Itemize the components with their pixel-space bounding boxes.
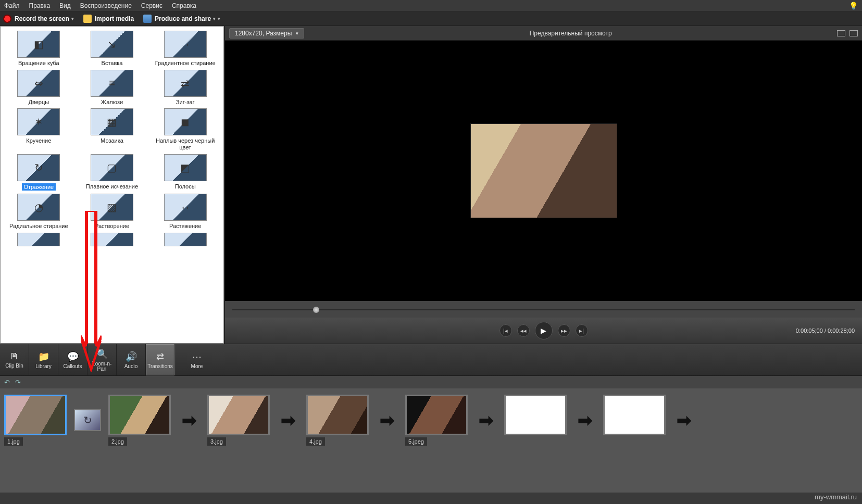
tool-tab-label: Zoom-n-Pan [88, 361, 116, 372]
import-media-button[interactable]: Import media [83, 15, 134, 23]
scrub-track[interactable] [232, 309, 855, 310]
menu-view[interactable]: Вид [59, 2, 71, 9]
menu-service[interactable]: Сервис [141, 2, 163, 9]
clip-thumb-blank [603, 395, 666, 435]
timeline-clip[interactable]: ➡ [277, 409, 299, 431]
clip-label: 5.jpeg [405, 437, 427, 446]
timeline-clip[interactable]: 3.jpg [207, 395, 270, 446]
timeline-clip[interactable] [603, 395, 666, 435]
preview-size-selector[interactable]: 1280x720, Размеры ▾ [229, 28, 304, 39]
transition-label: Градиентное стирание [150, 60, 220, 67]
tool-tab-more[interactable]: ⋯More [182, 344, 211, 375]
record-icon [3, 15, 11, 23]
transition-item[interactable] [149, 232, 221, 249]
undo-button[interactable]: ↶ [4, 379, 10, 386]
transition-label: Жалюзи [77, 99, 147, 106]
timeline-clip[interactable]: ➡ [574, 409, 596, 431]
timeline-clip[interactable]: ➡ [178, 409, 200, 431]
transition-label: Плавное исчезание [77, 183, 147, 190]
redo-button[interactable]: ↷ [15, 379, 21, 386]
transition-placeholder-icon: ➡ [277, 409, 299, 431]
transition-item[interactable]: ↻Отражение [3, 153, 75, 192]
transition-item[interactable]: ◔Радиальное стирание [3, 193, 75, 231]
tool-tab-label: Audio [124, 364, 138, 369]
clip-image [6, 396, 65, 434]
transition-thumb: ↔ [164, 194, 207, 221]
scrub-handle[interactable] [313, 307, 319, 313]
tool-tab-zoom-n-pan[interactable]: 🔍Zoom-n-Pan [88, 344, 117, 375]
transition-item[interactable] [76, 232, 148, 249]
next-clip-button[interactable]: ▸| [576, 324, 588, 337]
transition-thumb [91, 233, 133, 246]
timeline-clip[interactable] [504, 395, 567, 435]
play-button[interactable]: ▶ [535, 322, 553, 339]
share-icon [143, 15, 152, 23]
transition-item[interactable] [3, 232, 75, 249]
timeline-clip[interactable]: 1.jpg [4, 395, 67, 446]
transition-label: Растяжение [150, 223, 220, 230]
hint-bulb-icon[interactable]: 💡 [849, 2, 858, 10]
caret-down-icon: ▾ [296, 31, 298, 36]
transition-item[interactable]: ⇔Дверцы [3, 69, 75, 107]
transition-thumb: ↘ [91, 31, 133, 58]
transition-item[interactable]: ↔Растяжение [149, 193, 221, 231]
menu-file[interactable]: Файл [4, 2, 20, 9]
transition-label: Полосы [150, 183, 220, 190]
timeline-clip[interactable]: 5.jpeg [405, 395, 468, 446]
action-bar: Record the screen ▾ Import media Produce… [0, 11, 862, 26]
transition-thumb: ✶ [17, 108, 60, 135]
menu-edit[interactable]: Правка [29, 2, 51, 9]
timeline-clip[interactable]: ➡ [673, 409, 695, 431]
transition-item[interactable]: ▢Плавное исчезание [76, 153, 148, 192]
detach-icon[interactable] [849, 30, 858, 36]
tool-tab-audio[interactable]: 🔊Audio [117, 344, 146, 375]
transition-item[interactable]: ≡Жалюзи [76, 69, 148, 107]
transition-item[interactable]: ▦Мозаика [76, 107, 148, 152]
transition-thumb [164, 233, 207, 246]
transition-item[interactable]: →Градиентное стирание [149, 30, 221, 68]
timeline-toolbar: ↶ ↷ [0, 376, 862, 388]
scrub-bar[interactable] [225, 301, 862, 318]
transition-label: Растворение [77, 223, 147, 230]
timeline-clip[interactable]: 2.jpg [108, 395, 171, 446]
transition-item[interactable]: ↘Вставка [76, 30, 148, 68]
produce-label: Produce and share [155, 15, 211, 22]
menu-playback[interactable]: Воспроизведение [80, 2, 132, 9]
prev-clip-button[interactable]: |◂ [499, 324, 512, 337]
timeline-clip[interactable]: ➡ [376, 409, 398, 431]
transition-item[interactable]: ⇄Зиг-заг [149, 69, 221, 107]
transition-item[interactable]: ▨Растворение [76, 193, 148, 231]
transition-item[interactable]: ✶Кручение [3, 107, 75, 152]
clip-thumb-blank [504, 395, 567, 435]
timeline-clip[interactable]: ➡ [475, 409, 497, 431]
tool-tab-clip-bin[interactable]: 🗎Clip Bin [0, 344, 29, 375]
caret-down-icon: ▾ [218, 16, 220, 21]
transition-placeholder-icon: ➡ [574, 409, 596, 431]
tool-tab-callouts[interactable]: 💬Callouts [58, 344, 88, 375]
transition-thumb: ◧ [17, 31, 60, 58]
preview-size-label: 1280x720, Размеры [235, 30, 292, 37]
menu-help[interactable]: Справка [172, 2, 196, 9]
record-screen-button[interactable]: Record the screen ▾ [3, 15, 74, 23]
clip-image [407, 396, 466, 434]
tool-tab-label: Transitions [147, 364, 173, 369]
transition-placeholder-icon: ➡ [376, 409, 398, 431]
transition-item[interactable]: ◼Наплыв через черный цвет [149, 107, 221, 152]
transition-item[interactable]: ◧Вращение куба [3, 30, 75, 68]
fullscreen-icon[interactable] [837, 30, 845, 36]
timeline-clip[interactable]: 4.jpg [306, 395, 369, 446]
tool-tab-library[interactable]: 📁Library [29, 344, 58, 375]
preview-title: Предварительный просмотр [304, 30, 837, 37]
timeline-clip[interactable]: ↻ [74, 409, 101, 431]
caret-down-icon: ▾ [71, 16, 74, 21]
transitions-scroll[interactable]: ◧Вращение куба↘Вставка→Градиентное стира… [1, 27, 223, 343]
transition-label: Вращение куба [4, 60, 74, 67]
tool-tab-transitions[interactable]: ⇄Transitions [146, 344, 175, 375]
transition-item[interactable]: ◩Полосы [149, 153, 221, 192]
forward-button[interactable]: ▸▸ [558, 324, 570, 337]
produce-share-button[interactable]: Produce and share ▾ ▾ [143, 15, 220, 23]
rewind-button[interactable]: ◂◂ [517, 324, 530, 337]
timeline[interactable]: 1.jpg↻2.jpg➡3.jpg➡4.jpg➡5.jpeg➡➡➡ [0, 388, 862, 493]
clip-bin-icon: 🗎 [10, 351, 19, 362]
transition-thumb: ≡ [91, 70, 133, 97]
